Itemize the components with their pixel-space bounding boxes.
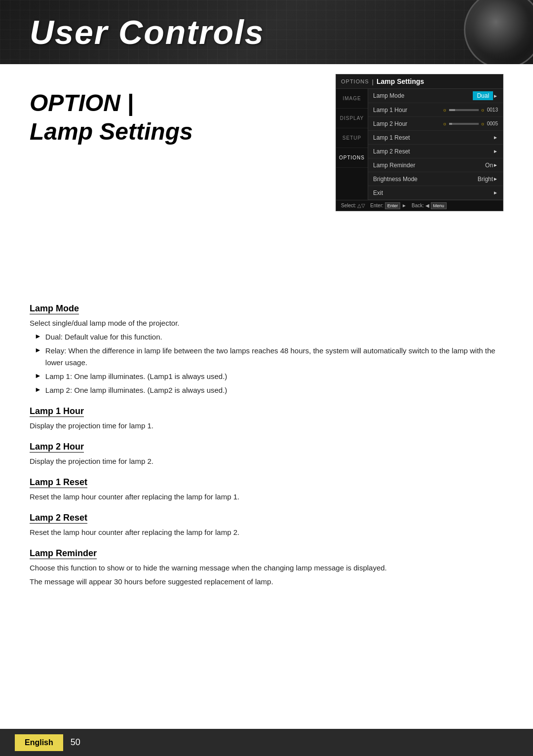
lamp-reminder-label: Lamp Reminder <box>373 162 485 169</box>
lens-decoration <box>444 0 533 64</box>
ui-panel-footer: Select: △▽ Enter: Enter ► Back: ◀ Menu <box>336 200 503 211</box>
footer-select-label: Select: △▽ <box>341 203 365 208</box>
lamp1-reset-heading: Lamp 1 Reset <box>30 477 87 488</box>
lamp2-hour-desc: Display the projection time for lamp 2. <box>30 455 503 467</box>
footer-page-number: 50 <box>71 737 80 748</box>
lamp2-hour-label: Lamp 2 Hour <box>373 120 442 127</box>
enter-key: Enter <box>385 202 401 209</box>
section-lamp2-reset: Lamp 2 Reset Reset the lamp hour counter… <box>30 513 503 538</box>
brightness-mode-arrow: ► <box>493 176 498 182</box>
lamp1-sun-icon: ☼ <box>442 107 447 113</box>
bullet-arrow-relay: ► <box>35 346 41 354</box>
lamp1-slider-fill <box>449 109 455 111</box>
menu-row-lamp-mode[interactable]: Lamp Mode Dual ► <box>368 89 503 103</box>
sidebar-item-options[interactable]: OPTIONS <box>336 148 368 168</box>
menu-row-exit[interactable]: Exit ► <box>368 186 503 200</box>
lamp-mode-desc: Select single/dual lamp mode of the proj… <box>30 317 503 329</box>
sidebar-item-setup[interactable]: SETUP <box>336 128 368 148</box>
brightness-mode-label: Brightness Mode <box>373 176 478 183</box>
page-title: User Controls <box>30 13 265 51</box>
lamp1-slider-bar <box>449 109 479 111</box>
bullet-dual: ► Dual: Default value for this function. <box>30 331 503 343</box>
body-content: Lamp Mode Select single/dual lamp mode o… <box>30 303 503 588</box>
footer-language-tab: English <box>15 734 63 751</box>
lamp-reminder-heading: Lamp Reminder <box>30 548 97 559</box>
page-subtitle: OPTION | Lamp Settings <box>30 89 301 146</box>
lamp-mode-arrow: ► <box>493 93 498 99</box>
footer-enter-label: Enter: Enter ► <box>370 203 407 208</box>
menu-row-lamp1-reset[interactable]: Lamp 1 Reset ► <box>368 131 503 145</box>
subtitle-line2: Lamp Settings <box>30 118 193 145</box>
main-content: OPTION | Lamp Settings OPTIONS | Lamp Se… <box>0 64 533 617</box>
exit-label: Exit <box>373 189 493 196</box>
page-header: User Controls <box>0 0 533 64</box>
lamp2-slider-fill <box>449 123 452 125</box>
bullet-text-relay: Relay: When the difference in lamp life … <box>45 345 503 369</box>
section-lamp-mode: Lamp Mode Select single/dual lamp mode o… <box>30 303 503 396</box>
menu-row-brightness-mode[interactable]: Brightness Mode Bright ► <box>368 172 503 186</box>
footer-language-label: English <box>25 738 53 747</box>
footer-back-label: Back: ◀ Menu <box>412 203 447 208</box>
lamp2-slider-bar <box>449 123 479 125</box>
menu-key: Menu <box>431 202 447 209</box>
bullet-arrow-dual: ► <box>35 332 41 340</box>
ui-panel-header: OPTIONS | Lamp Settings <box>336 75 503 89</box>
lamp2-sun-icon2: ☼ <box>481 121 485 126</box>
ui-panel-container: OPTIONS | Lamp Settings IMAGE DISPLAY SE… <box>336 74 503 211</box>
menu-row-lamp2-hour[interactable]: Lamp 2 Hour ☼ ☼ 0005 <box>368 117 503 131</box>
brightness-mode-value: Bright <box>478 176 493 183</box>
header-separator: | <box>372 78 374 85</box>
menu-row-lamp1-hour[interactable]: Lamp 1 Hour ☼ ☼ 0013 <box>368 103 503 117</box>
lamp-reminder-desc2: The message will appear 30 hours before … <box>30 576 503 588</box>
lamp1-hour-value: ☼ ☼ 0013 <box>442 107 498 113</box>
lamp2-hour-heading: Lamp 2 Hour <box>30 442 84 453</box>
menu-row-lamp-reminder[interactable]: Lamp Reminder On ► <box>368 158 503 172</box>
exit-arrow: ► <box>493 190 498 195</box>
lamp2-hour-number: 0005 <box>487 121 498 126</box>
lamp1-reset-desc: Reset the lamp hour counter after replac… <box>30 491 503 503</box>
ui-menu-area: Lamp Mode Dual ► Lamp 1 Hour ☼ <box>368 89 503 200</box>
lamp1-hour-label: Lamp 1 Hour <box>373 107 442 113</box>
lamp2-reset-arrow: ► <box>493 149 498 154</box>
lamp2-sun-icon: ☼ <box>442 121 447 126</box>
lamp2-reset-desc: Reset the lamp hour counter after replac… <box>30 527 503 538</box>
options-tab-label: OPTIONS <box>341 78 369 84</box>
bullet-text-lamp2: Lamp 2: One lamp illuminates. (Lamp2 is … <box>45 384 228 396</box>
lamp2-hour-value: ☼ ☼ 0005 <box>442 121 498 126</box>
lamp-reminder-value: On <box>485 162 493 169</box>
lamp1-reset-arrow: ► <box>493 135 498 140</box>
lamp1-reset-label: Lamp 1 Reset <box>373 134 493 141</box>
bullet-arrow-lamp2: ► <box>35 385 41 393</box>
sidebar-item-image[interactable]: IMAGE <box>336 89 368 109</box>
lamp-settings-title: Lamp Settings <box>377 77 424 85</box>
lamp2-slider <box>449 123 479 125</box>
section-lamp1-reset: Lamp 1 Reset Reset the lamp hour counter… <box>30 477 503 503</box>
lamp-mode-value: Dual <box>473 91 493 100</box>
menu-row-lamp2-reset[interactable]: Lamp 2 Reset ► <box>368 145 503 158</box>
lamp1-hour-heading: Lamp 1 Hour <box>30 406 84 417</box>
bullet-text-lamp1: Lamp 1: One lamp illuminates. (Lamp1 is … <box>45 371 228 382</box>
section-lamp2-hour: Lamp 2 Hour Display the projection time … <box>30 442 503 467</box>
lamp2-reset-label: Lamp 2 Reset <box>373 148 493 155</box>
page-footer: English 50 <box>0 729 533 756</box>
lamp1-sun-icon2: ☼ <box>481 107 485 113</box>
sidebar-item-display[interactable]: DISPLAY <box>336 109 368 128</box>
page-left-content: OPTION | Lamp Settings <box>30 74 301 146</box>
lamp1-hour-number: 0013 <box>487 107 498 113</box>
lamp1-hour-desc: Display the projection time for lamp 1. <box>30 420 503 432</box>
section-lamp1-hour: Lamp 1 Hour Display the projection time … <box>30 406 503 432</box>
section-lamp-reminder: Lamp Reminder Choose this function to sh… <box>30 548 503 588</box>
lens-circle <box>464 0 533 64</box>
ui-panel: OPTIONS | Lamp Settings IMAGE DISPLAY SE… <box>336 74 503 211</box>
bullet-arrow-lamp1: ► <box>35 372 41 379</box>
lamp-reminder-desc1: Choose this function to show or to hide … <box>30 562 503 574</box>
lamp-mode-label: Lamp Mode <box>373 92 473 99</box>
subtitle-line1: OPTION | <box>30 90 134 116</box>
lamp2-reset-heading: Lamp 2 Reset <box>30 513 87 524</box>
ui-sidebar: IMAGE DISPLAY SETUP OPTIONS <box>336 89 368 200</box>
lamp1-slider <box>449 109 479 111</box>
lamp-mode-heading: Lamp Mode <box>30 303 79 314</box>
bullet-relay: ► Relay: When the difference in lamp lif… <box>30 345 503 369</box>
ui-panel-body: IMAGE DISPLAY SETUP OPTIONS Lamp Mode Du… <box>336 89 503 200</box>
bullet-lamp1: ► Lamp 1: One lamp illuminates. (Lamp1 i… <box>30 371 503 382</box>
